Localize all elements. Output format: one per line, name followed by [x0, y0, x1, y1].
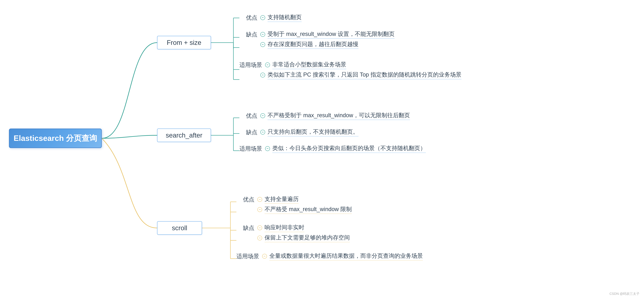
leaf-row: 优点 支持全量遍历 [236, 195, 352, 204]
leaf-row: 缺点 受制于 max_result_window 设置，不能无限制翻页 [240, 30, 394, 38]
minus-icon [260, 15, 265, 20]
leaf-row: 优点 不严格受制于 max_result_window，可以无限制往后翻页 [240, 111, 410, 120]
minus-icon [257, 197, 262, 202]
from-size-scenarios-group: 适用场景 非常适合小型数据集业务场景 类似如下主流 PC 搜索引擎，只返回 To… [240, 60, 462, 80]
minus-icon [260, 73, 265, 77]
from-size-cons-group: 缺点 受制于 max_result_window 设置，不能无限制翻页 存在深度… [240, 29, 394, 50]
leaf-row: 适用场景 非常适合小型数据集业务场景 [240, 61, 462, 69]
minus-icon [265, 146, 270, 151]
minus-icon [260, 32, 265, 37]
search-after-pros-group: 优点 不严格受制于 max_result_window，可以无限制往后翻页 [240, 111, 410, 121]
minus-icon [260, 113, 265, 118]
search-after-cons-group: 缺点 只支持向后翻页，不支持随机翻页。 [240, 127, 358, 137]
minus-icon [260, 130, 265, 135]
branch-search-after-label: search_after [166, 132, 202, 139]
root-node: Elasticsearch 分页查询 [9, 129, 102, 148]
leaf-row: 缺点 响应时间非实时 [236, 224, 350, 232]
search-after-scenarios-group: 适用场景 类似：今日头条分页搜索向后翻页的场景（不支持随机翻页） [240, 144, 426, 154]
from-size-pros-group: 优点 支持随机翻页 [240, 12, 302, 23]
minus-icon [265, 62, 270, 67]
minus-icon [257, 236, 262, 240]
minus-icon [262, 254, 267, 259]
minus-icon [257, 226, 262, 230]
minus-icon [260, 42, 265, 47]
branch-scroll-label: scroll [172, 224, 187, 232]
leaf-row: 存在深度翻页问题，越往后翻页越慢 [240, 40, 394, 49]
leaf-row: 适用场景 全量或数据量很大时遍历结果数据，而非分页查询的业务场景 [236, 252, 423, 261]
leaf-row: 优点 支持随机翻页 [240, 13, 302, 22]
leaf-row: 缺点 只支持向后翻页，不支持随机翻页。 [240, 128, 358, 136]
minus-icon [257, 207, 262, 212]
scroll-scenarios-group: 适用场景 全量或数据量很大时遍历结果数据，而非分页查询的业务场景 [236, 251, 423, 261]
leaf-row: 不严格受 max_result_window 限制 [236, 205, 352, 214]
branch-scroll: scroll [157, 221, 202, 235]
branch-from-size-label: From + size [167, 39, 201, 46]
branch-from-size: From + size [157, 36, 211, 49]
root-label: Elasticsearch 分页查询 [14, 133, 97, 144]
leaf-row: 适用场景 类似：今日头条分页搜索向后翻页的场景（不支持随机翻页） [240, 144, 426, 153]
watermark: CSDN @码农三太子 [610, 292, 640, 296]
branch-search-after: search_after [157, 129, 211, 142]
scroll-cons-group: 缺点 响应时间非实时 保留上下文需要足够的堆内存空间 [236, 223, 350, 243]
leaf-row: 类似如下主流 PC 搜索引擎，只返回 Top 指定数据的随机跳转分页的业务场景 [240, 71, 462, 79]
leaf-row: 保留上下文需要足够的堆内存空间 [236, 234, 350, 242]
scroll-pros-group: 优点 支持全量遍历 不严格受 max_result_window 限制 [236, 194, 352, 215]
